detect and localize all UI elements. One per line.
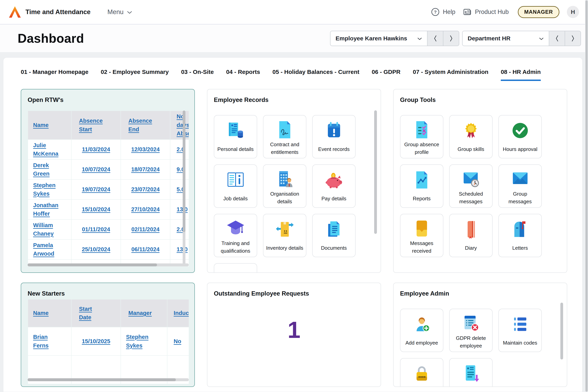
column-header-no-days-absent: No days Absent bbox=[170, 111, 189, 139]
card-label: Group skills bbox=[455, 142, 487, 158]
card-event-records[interactable]: Event records bbox=[312, 115, 356, 158]
card-group-skills[interactable]: Group skills bbox=[449, 115, 492, 158]
open-rtws-horizontal-scrollbar[interactable] bbox=[28, 264, 189, 266]
tab-04-reports[interactable]: 04 - Reports bbox=[226, 68, 260, 81]
cell-link[interactable]: 11/03/2024 bbox=[82, 145, 110, 154]
card-reports[interactable]: Reports bbox=[400, 164, 443, 208]
card-job-details[interactable]: Job details bbox=[214, 164, 257, 208]
employee-next-button[interactable] bbox=[443, 31, 459, 46]
department-dropdown[interactable]: Department HR bbox=[462, 31, 549, 46]
new-starters-horizontal-scrollbar[interactable] bbox=[28, 378, 189, 381]
cell-link[interactable]: 25/10/2024 bbox=[82, 245, 110, 254]
cell-link[interactable]: 13.0 bbox=[176, 205, 188, 214]
sort-link-name[interactable]: Name bbox=[33, 121, 48, 130]
menu-button[interactable]: Menu bbox=[108, 8, 132, 16]
cell: 18/07/2024 bbox=[121, 160, 170, 179]
employee-prev-button[interactable] bbox=[428, 31, 443, 46]
tab-02-employee-summary[interactable]: 02 - Employee Summary bbox=[101, 68, 169, 81]
role-badge: MANAGER bbox=[518, 6, 560, 18]
sort-link-manager[interactable]: Manager bbox=[128, 309, 152, 318]
card-training-and-qualifications[interactable]: Training and qualifications bbox=[214, 214, 257, 257]
employee-records-scrollbar[interactable] bbox=[374, 110, 377, 234]
card-group-absence-profile[interactable]: Group absence profile bbox=[400, 115, 443, 158]
cell-link[interactable]: Pamela Arwood bbox=[33, 241, 60, 258]
card-partial-employee-export-icon[interactable] bbox=[449, 358, 492, 387]
sort-link-absence-end[interactable]: Absence End bbox=[128, 116, 155, 134]
padlock-icon bbox=[412, 364, 432, 384]
card-label: Personal details bbox=[215, 142, 256, 158]
cell-link[interactable]: 01/11/2024 bbox=[82, 225, 110, 234]
sort-link-start-date[interactable]: Start Date bbox=[79, 305, 106, 322]
card-contract-and-entitlements[interactable]: Contract and entitlements bbox=[263, 115, 306, 158]
card-label: Organisation details bbox=[264, 190, 306, 207]
card-inventory-details[interactable]: Inventory details bbox=[263, 214, 306, 257]
cell: 13.0 bbox=[170, 200, 189, 219]
cell-link[interactable]: Brian Ferns bbox=[33, 333, 60, 350]
cell-link[interactable]: 15/10/2024 bbox=[82, 205, 110, 214]
help-label: Help bbox=[443, 8, 455, 16]
employee-records-panel: Employee Records Personal detailsContrac… bbox=[207, 89, 381, 273]
card-messages-received[interactable]: Messages received bbox=[400, 214, 443, 257]
card-diary[interactable]: Diary bbox=[449, 214, 492, 257]
card-gdpr-delete-employee[interactable]: GDPR delete employee bbox=[449, 309, 492, 352]
card-personal-details[interactable]: Personal details bbox=[214, 115, 257, 158]
cell-link[interactable]: Julie McKenna bbox=[33, 141, 60, 158]
department-prev-button[interactable] bbox=[549, 31, 565, 46]
card-add-employee[interactable]: Add employee bbox=[400, 309, 443, 352]
cell-link[interactable]: 02/11/2024 bbox=[131, 225, 160, 234]
cell: Julie McKenna bbox=[28, 140, 71, 159]
cell-link[interactable]: No bbox=[174, 337, 181, 346]
cell-link[interactable]: 13.0 bbox=[176, 245, 188, 254]
tab-07-system-administration[interactable]: 07 - System Administration bbox=[413, 68, 488, 81]
cell-link[interactable]: Stephen Sykes bbox=[33, 181, 60, 198]
card-organisation-details[interactable]: Organisation details bbox=[263, 164, 306, 208]
menu-label: Menu bbox=[108, 8, 124, 16]
cell: 11/03/2024 bbox=[72, 140, 120, 159]
sort-link-induction[interactable]: Induction bbox=[174, 309, 189, 318]
cell-link[interactable]: Stephen Sykes bbox=[126, 333, 152, 350]
tab-06-gdpr[interactable]: 06 - GDPR bbox=[372, 68, 400, 81]
tab-03-on-site[interactable]: 03 - On-Site bbox=[181, 68, 214, 81]
cell-link[interactable]: Jonathan Hoffer bbox=[33, 201, 60, 218]
cell-link[interactable]: 15/10/2025 bbox=[82, 337, 110, 346]
help-button[interactable]: ? Help bbox=[431, 8, 455, 16]
card-documents[interactable]: Documents bbox=[312, 214, 356, 257]
cell-link[interactable]: 19/07/2024 bbox=[82, 185, 110, 194]
event-records-icon bbox=[324, 121, 344, 140]
card-partial-padlock-icon[interactable] bbox=[400, 358, 443, 387]
chevron-down-icon bbox=[539, 35, 544, 42]
card-label: GDPR delete employee bbox=[450, 334, 492, 352]
cell-link[interactable]: 06/11/2024 bbox=[131, 245, 160, 254]
product-hub-button[interactable]: Product Hub bbox=[463, 8, 508, 16]
tab-08-hr-admin[interactable]: 08 - HR Admin bbox=[501, 68, 541, 81]
cell-link[interactable]: 27/10/2024 bbox=[131, 205, 160, 214]
sort-link-name[interactable]: Name bbox=[33, 309, 48, 318]
card-label: Documents bbox=[319, 241, 349, 257]
card-pay-details[interactable]: Pay details bbox=[312, 164, 356, 208]
card-label: Group absence profile bbox=[400, 141, 443, 158]
card-letters[interactable]: Letters bbox=[498, 214, 542, 257]
card-group-messages[interactable]: Group messages bbox=[498, 164, 542, 208]
tab-01-manager-homepage[interactable]: 01 - Manager Homepage bbox=[21, 68, 88, 81]
page-scrollbar[interactable] bbox=[585, 0, 588, 392]
card-scheduled-messages[interactable]: Scheduled messages bbox=[449, 164, 492, 208]
column-header-manager: Manager bbox=[121, 300, 167, 327]
employee-admin-scrollbar[interactable] bbox=[560, 302, 563, 360]
cell-link[interactable]: 12/03/2024 bbox=[131, 145, 160, 154]
cell-link[interactable]: 23/07/2024 bbox=[131, 185, 160, 194]
sort-link-absence-start[interactable]: Absence Start bbox=[79, 116, 106, 134]
card-hours-approval[interactable]: Hours approval bbox=[498, 115, 542, 158]
rosette-icon bbox=[461, 121, 481, 140]
cell-link[interactable]: 18/07/2024 bbox=[131, 165, 160, 174]
tab-05-holiday-balances-current[interactable]: 05 - Holiday Balances - Current bbox=[272, 68, 359, 81]
column-header-absence-start: Absence Start bbox=[72, 111, 120, 139]
card-maintain-codes[interactable]: Maintain codes bbox=[498, 309, 542, 352]
cell-link[interactable]: Derek Green bbox=[33, 161, 60, 178]
cell-link[interactable]: William Chaney bbox=[33, 221, 60, 238]
cell-link[interactable]: 10/07/2024 bbox=[82, 165, 110, 174]
department-next-button[interactable] bbox=[565, 31, 581, 46]
avatar[interactable]: H bbox=[567, 6, 579, 18]
employee-dropdown[interactable]: Employee Karen Hawkins bbox=[330, 31, 428, 46]
open-rtws-vertical-scrollbar[interactable] bbox=[183, 110, 186, 264]
card-partial[interactable] bbox=[214, 263, 257, 273]
